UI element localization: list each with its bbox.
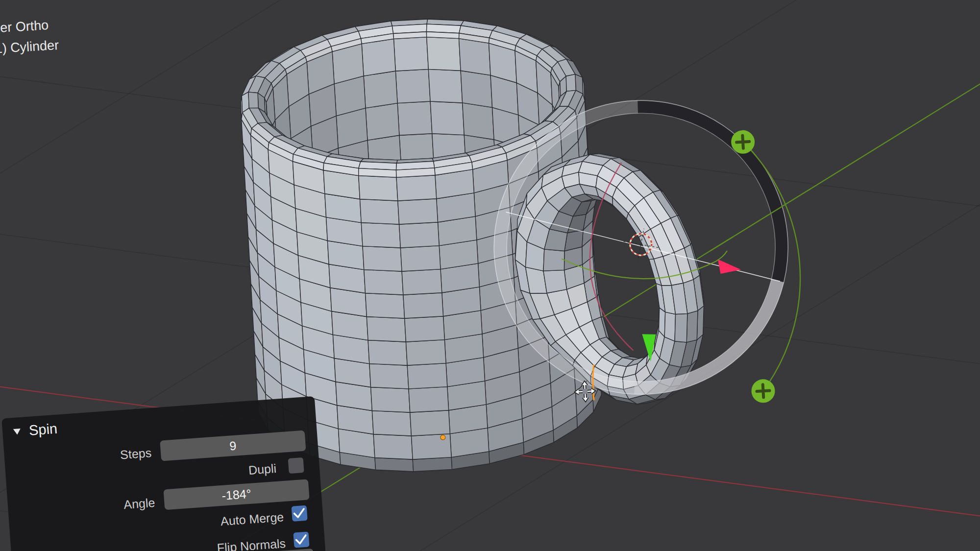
svg-text:Angle: Angle xyxy=(123,496,155,512)
svg-text:9: 9 xyxy=(229,439,237,453)
svg-text:-184°: -184° xyxy=(221,487,252,503)
svg-text:Spin: Spin xyxy=(28,421,58,438)
svg-text:Dupli: Dupli xyxy=(248,461,277,477)
svg-text:Steps: Steps xyxy=(120,446,152,461)
